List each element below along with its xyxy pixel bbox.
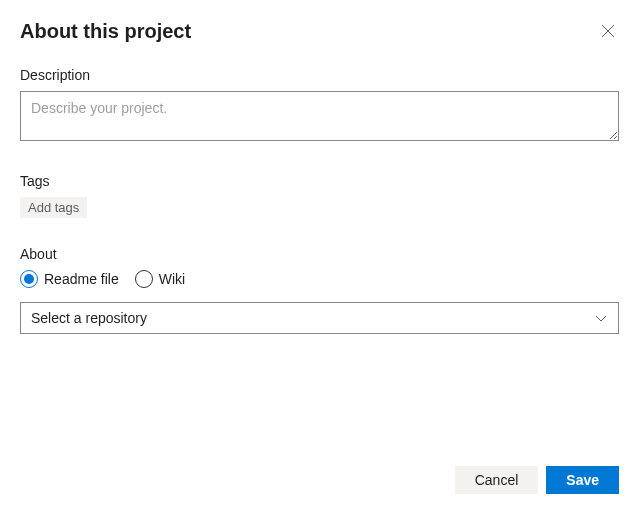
radio-label-readme: Readme file	[44, 271, 119, 287]
repository-dropdown[interactable]: Select a repository	[20, 302, 619, 334]
radio-option-readme[interactable]: Readme file	[20, 270, 119, 288]
cancel-button[interactable]: Cancel	[455, 466, 539, 494]
description-input[interactable]	[20, 91, 619, 141]
radio-label-wiki: Wiki	[159, 271, 185, 287]
description-label: Description	[20, 67, 619, 83]
radio-option-wiki[interactable]: Wiki	[135, 270, 185, 288]
radio-circle-icon	[20, 270, 38, 288]
dropdown-placeholder: Select a repository	[31, 310, 147, 326]
radio-circle-icon	[135, 270, 153, 288]
close-button[interactable]	[597, 20, 619, 42]
save-button[interactable]: Save	[546, 466, 619, 494]
dialog-title: About this project	[20, 20, 191, 43]
about-label: About	[20, 246, 619, 262]
add-tags-button[interactable]: Add tags	[20, 197, 87, 218]
about-radio-group: Readme file Wiki	[20, 270, 619, 288]
chevron-down-icon	[594, 311, 608, 325]
close-icon	[601, 24, 615, 38]
tags-label: Tags	[20, 173, 619, 189]
